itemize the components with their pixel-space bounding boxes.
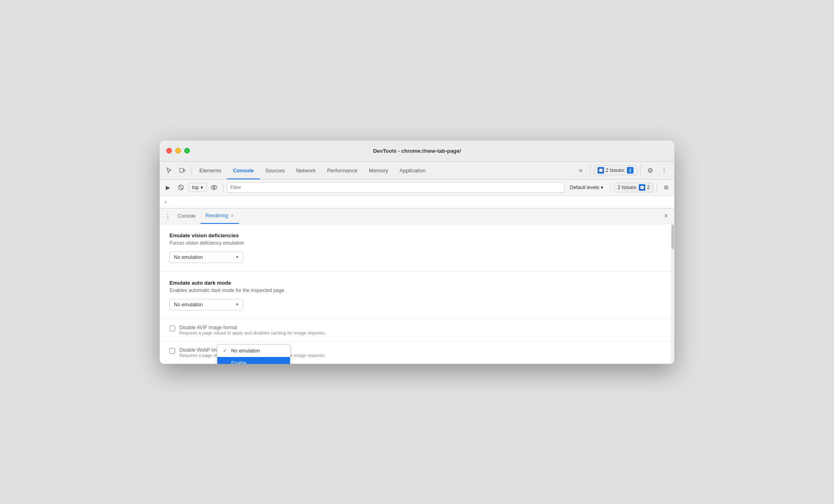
sec-separator-3 — [657, 183, 657, 192]
sec-separator-2 — [610, 183, 611, 192]
console-arrow[interactable]: › — [160, 196, 674, 207]
tab-performance[interactable]: Performance — [321, 162, 363, 179]
panel-tab-menu-btn[interactable]: ⋮ — [163, 211, 173, 221]
default-levels-selector[interactable]: Default levels ▾ — [566, 183, 607, 192]
run-btn[interactable]: ▶ — [162, 182, 174, 193]
sec-separator-1 — [223, 183, 223, 192]
more-btn[interactable]: ⋮ — [658, 164, 670, 176]
tab-sources[interactable]: Sources — [260, 162, 291, 179]
vision-select[interactable]: No emulation ▾ — [169, 252, 243, 263]
tab-network[interactable]: Network — [290, 162, 321, 179]
vision-section-desc: Forces vision deficiency emulation — [169, 240, 665, 246]
rendering-content: Emulate vision deficiencies Forces visio… — [160, 224, 674, 364]
dropdown-item-no-emulation[interactable]: ✓ No emulation — [217, 345, 290, 357]
dark-mode-section: Emulate auto dark mode Enables automatic… — [160, 272, 674, 319]
svg-line-3 — [179, 186, 183, 189]
dark-mode-dropdown-menu: ✓ No emulation Enable Disable — [217, 344, 290, 364]
dark-mode-section-title: Emulate auto dark mode — [169, 280, 665, 286]
toolbar-separator-1 — [192, 165, 192, 175]
svg-point-4 — [211, 185, 217, 190]
checkmark-icon: ✓ — [223, 348, 229, 353]
title-bar: DevTools - chrome://new-tab-page/ — [160, 140, 674, 162]
toolbar-separator-3 — [640, 165, 641, 175]
issues-count-badge: 2 — [627, 167, 633, 174]
avif-label: Disable AVIF image format Requires a pag… — [179, 325, 665, 335]
sec-issues-icon: 💬 — [639, 184, 645, 191]
block-btn[interactable] — [175, 182, 187, 193]
dropdown-item-enable[interactable]: Enable — [217, 357, 290, 364]
filter-input[interactable] — [227, 182, 565, 193]
avif-title: Disable AVIF image format — [179, 325, 665, 330]
main-tabs: Elements Console Sources Network Perform… — [194, 162, 575, 179]
dark-mode-select-arrow: ▾ — [236, 302, 239, 307]
vision-deficiencies-section: Emulate vision deficiencies Forces visio… — [160, 224, 674, 272]
scrollbar-thumb[interactable] — [671, 225, 674, 249]
tab-elements[interactable]: Elements — [194, 162, 227, 179]
sec-issues-badge[interactable]: 2 Issues: 💬 2 — [614, 183, 653, 192]
settings-btn[interactable]: ⚙ — [644, 164, 656, 176]
issues-icon: 💬 — [598, 167, 604, 174]
traffic-lights — [166, 148, 190, 154]
vision-select-arrow: ▾ — [236, 254, 239, 260]
vision-section-title: Emulate vision deficiencies — [169, 232, 665, 239]
toolbar-icons — [161, 164, 190, 176]
webp-checkbox[interactable] — [169, 348, 175, 354]
window-title: DevTools - chrome://new-tab-page/ — [373, 148, 461, 154]
panel-close-btn[interactable]: × — [661, 211, 671, 221]
svg-rect-0 — [180, 168, 183, 172]
cursor-icon-btn[interactable] — [163, 164, 175, 176]
close-button[interactable] — [166, 148, 172, 154]
svg-point-5 — [213, 187, 215, 189]
dark-mode-section-desc: Enables automatic dark mode for the insp… — [169, 288, 665, 293]
bottom-panel: ⋮ Console Rendering × × Emulate vision d… — [160, 208, 674, 364]
avif-section: Disable AVIF image format Requires a pag… — [160, 319, 674, 341]
avif-checkbox[interactable] — [169, 326, 175, 331]
no-checkmark — [223, 361, 229, 364]
panel-tab-rendering[interactable]: Rendering × — [201, 209, 239, 224]
context-selector[interactable]: top ▾ — [188, 183, 207, 192]
tab-memory[interactable]: Memory — [363, 162, 394, 179]
panel-tab-console[interactable]: Console — [173, 209, 201, 224]
svg-rect-1 — [184, 169, 185, 172]
more-tabs-btn[interactable]: » — [575, 164, 587, 176]
main-toolbar: Elements Console Sources Network Perform… — [160, 162, 674, 180]
issues-badge[interactable]: 💬 2 Issues: 2 — [594, 165, 637, 175]
minimize-button[interactable] — [175, 148, 181, 154]
sec-settings-btn[interactable]: ⚙ — [660, 182, 672, 193]
eye-btn[interactable] — [208, 182, 220, 193]
toolbar-separator-2 — [590, 165, 591, 175]
panel-tabs: ⋮ Console Rendering × × — [160, 209, 674, 224]
panel-tab-close-icon[interactable]: × — [230, 212, 234, 219]
tab-application[interactable]: Application — [394, 162, 431, 179]
devtools-window: DevTools - chrome://new-tab-page/ Elemen… — [160, 140, 674, 364]
maximize-button[interactable] — [184, 148, 190, 154]
avif-desc: Requires a page reload to apply and disa… — [179, 330, 665, 335]
secondary-toolbar: ▶ top ▾ Default levels ▾ 2 Issues: — [160, 180, 674, 196]
dark-mode-select[interactable]: No emulation ▾ — [169, 299, 243, 310]
toolbar-right: » 💬 2 Issues: 2 ⚙ ⋮ — [575, 164, 673, 176]
device-toggle-btn[interactable] — [176, 164, 188, 176]
scrollbar[interactable] — [671, 224, 674, 364]
tab-console[interactable]: Console — [227, 162, 259, 179]
